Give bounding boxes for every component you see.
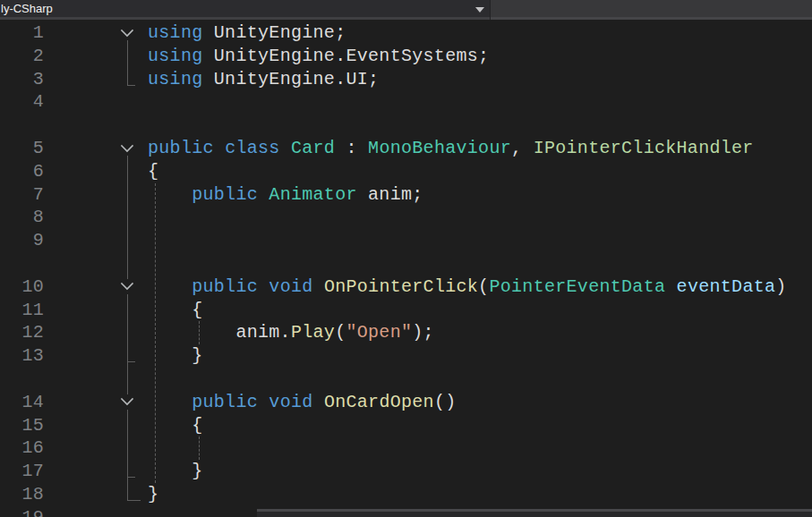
line-number: 10 — [0, 275, 44, 299]
code-token: ) — [775, 276, 786, 297]
indent-guide — [199, 321, 200, 344]
bottom-panel-edge — [257, 509, 812, 517]
line-number: 5 — [0, 137, 44, 160]
code-token: OnCardOpen — [324, 392, 434, 412]
code-row: 15 { — [0, 414, 812, 437]
code-token — [214, 138, 225, 158]
fold-chevron-icon[interactable] — [118, 394, 135, 410]
code-token: using — [148, 22, 203, 43]
code-row: 7 public Animator anim; — [0, 183, 812, 207]
member-dropdown[interactable] — [491, 0, 812, 20]
code-token: MonoBehaviour — [368, 138, 511, 158]
line-number: 16 — [0, 436, 44, 460]
fold-extent-corner — [127, 477, 135, 478]
line-number — [0, 368, 44, 391]
code-token: { — [148, 161, 158, 182]
project-dropdown-label: ly-CSharp — [1, 2, 53, 15]
code-row: 3using UnityEngine.UI; — [0, 68, 812, 91]
line-number: 1 — [0, 21, 44, 45]
line-number: 2 — [0, 45, 44, 68]
line-number: 3 — [0, 68, 44, 91]
navigation-bar: ly-CSharp — [0, 0, 812, 20]
code-token: UnityEngine.UI; — [203, 69, 380, 89]
fold-extent-line — [127, 409, 128, 477]
code-line[interactable]: } — [148, 460, 203, 483]
code-token: void — [269, 392, 312, 412]
code-line[interactable]: using UnityEngine; — [148, 21, 346, 45]
code-token: anim. — [148, 322, 291, 343]
code-line[interactable]: { — [148, 299, 203, 322]
code-line[interactable]: public void OnPointerClick(PointerEventD… — [148, 275, 787, 299]
project-dropdown[interactable]: ly-CSharp — [0, 0, 490, 20]
code-token: "Open" — [346, 322, 412, 343]
caret-down-icon[interactable] — [475, 7, 484, 13]
line-number: 12 — [0, 321, 44, 344]
code-editor[interactable]: 1using UnityEngine;2using UnityEngine.Ev… — [0, 21, 812, 517]
code-line[interactable]: } — [148, 483, 158, 506]
code-editor-window: ly-CSharp 1using UnityEngine;2using Unit… — [0, 0, 812, 517]
code-token: { — [148, 300, 203, 320]
code-token: using — [148, 69, 203, 89]
line-number: 6 — [0, 160, 44, 183]
code-token: Play — [291, 322, 335, 343]
code-token — [313, 392, 324, 412]
code-token: : — [335, 138, 368, 158]
indent-guide — [199, 436, 200, 460]
line-number — [0, 114, 44, 137]
code-line[interactable]: public Animator anim; — [148, 183, 423, 207]
line-number: 7 — [0, 183, 44, 207]
spacer-row — [0, 114, 812, 137]
code-row: 12 anim.Play("Open"); — [0, 321, 812, 344]
code-token: ); — [412, 322, 434, 343]
line-number: 9 — [0, 229, 44, 252]
code-token — [280, 138, 291, 158]
code-token — [258, 276, 269, 297]
code-token: } — [148, 484, 158, 504]
code-token: () — [434, 392, 457, 412]
fold-extent-line — [127, 293, 128, 361]
fold-extent-corner — [127, 85, 135, 86]
fold-chevron-icon[interactable] — [118, 279, 135, 294]
code-token — [258, 392, 269, 412]
code-token: , — [511, 138, 534, 158]
code-line[interactable]: public void OnCardOpen() — [148, 391, 457, 414]
code-row: 11 { — [0, 299, 812, 322]
fold-extent-corner — [127, 500, 141, 501]
line-number: 14 — [0, 391, 44, 414]
line-number: 11 — [0, 299, 44, 322]
code-token — [665, 276, 676, 297]
fold-extent-corner — [127, 361, 135, 362]
code-token: public — [148, 138, 214, 158]
code-token: ( — [478, 276, 489, 297]
fold-chevron-icon[interactable] — [118, 25, 135, 40]
code-row: 6{ — [0, 160, 812, 183]
line-number: 13 — [0, 344, 44, 368]
line-number: 18 — [0, 483, 44, 506]
code-token: class — [225, 138, 280, 158]
line-number: 4 — [0, 90, 44, 114]
code-line[interactable]: public class Card : MonoBehaviour, IPoin… — [148, 137, 754, 160]
code-line[interactable]: { — [148, 160, 158, 183]
fold-extent-line — [127, 39, 128, 85]
code-token: } — [148, 345, 203, 366]
line-number: 17 — [0, 460, 44, 483]
code-line[interactable]: anim.Play("Open"); — [148, 321, 434, 344]
code-line[interactable]: { — [148, 414, 203, 437]
code-token: { — [148, 415, 203, 436]
code-token: anim; — [357, 184, 423, 205]
code-line[interactable]: using UnityEngine.EventSystems; — [148, 45, 489, 68]
code-token: UnityEngine.EventSystems; — [203, 46, 490, 66]
code-row: 13 } — [0, 344, 812, 368]
code-row: 4 — [0, 90, 812, 114]
fold-chevron-icon[interactable] — [118, 140, 135, 156]
line-number: 19 — [0, 506, 44, 517]
code-line[interactable]: } — [148, 344, 203, 368]
code-token: Animator — [269, 184, 356, 205]
code-token — [313, 276, 324, 297]
code-row: 16 — [0, 436, 812, 460]
spacer-row — [0, 368, 812, 391]
code-row: 9 — [0, 229, 812, 252]
code-row: 8 — [0, 206, 812, 229]
code-line[interactable]: using UnityEngine.UI; — [148, 68, 379, 91]
code-token: public — [192, 184, 258, 205]
